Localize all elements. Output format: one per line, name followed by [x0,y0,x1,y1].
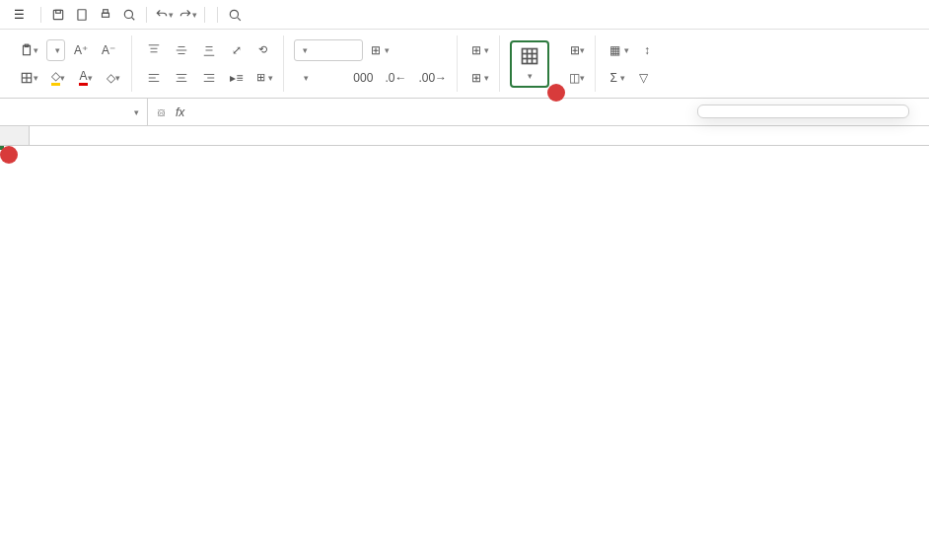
convert-button[interactable]: ⊞ ▾ [367,38,393,62]
borders-icon[interactable]: ▾ [16,66,42,90]
svg-line-8 [238,17,241,20]
spreadsheet [0,126,929,146]
wrap-text-button[interactable]: ⟲ [252,38,276,62]
merge-cells-button[interactable]: ⊞ ▾ [252,66,277,90]
paste-icon[interactable]: ▾ [16,38,42,62]
ribbon: ▾ ▾ A⁺ A⁻ ▾ ◇▾ A▾ ◇▾ ⤢ ⟲ ▸≡ ⊞ ▾ [0,30,929,99]
undo-icon[interactable]: ▾ [153,4,175,26]
redo-icon[interactable]: ▾ [177,4,198,26]
align-middle-icon[interactable] [170,38,193,62]
number-format-select[interactable]: ▾ [294,39,363,61]
menubar: ☰ ▾ ▾ [0,0,929,30]
svg-rect-4 [104,9,108,13]
indent-icon[interactable]: ▸≡ [225,66,249,90]
fx-icon[interactable]: fx [176,105,184,119]
select-all-corner[interactable] [0,126,30,145]
hamburger-icon: ☰ [14,8,25,22]
increase-decimal-icon[interactable]: .00→ [414,66,451,90]
conditional-format-dropdown [697,105,909,118]
comma-icon[interactable]: 000 [349,66,377,90]
file-menu[interactable]: ☰ [8,6,35,24]
name-box[interactable]: ▾ [0,99,148,125]
format-icon[interactable]: ◫▾ [565,66,589,90]
orientation-icon[interactable]: ⤢ [225,38,249,62]
clear-format-icon[interactable]: ◇▾ [102,66,125,90]
cell-styles-icon[interactable]: ⊞▾ [565,38,589,62]
svg-rect-0 [53,10,62,19]
svg-rect-2 [78,9,86,20]
align-left-icon[interactable] [142,66,166,90]
fill-button[interactable]: ▦ ▾ [606,38,632,62]
search-icon[interactable] [224,4,246,26]
decrease-decimal-icon[interactable]: .0← [381,66,410,90]
align-center-icon[interactable] [170,66,193,90]
fill-color-icon[interactable]: ◇▾ [46,66,70,90]
worksheet-button[interactable]: ⊞ ▾ [467,66,493,90]
conditional-format-button[interactable]: ▾ [510,40,549,88]
decrease-font-icon[interactable]: A⁻ [97,38,120,62]
sort-button[interactable]: ↕ [637,38,661,62]
preview-icon[interactable] [118,4,140,26]
svg-point-7 [230,10,238,18]
cancel-formula-icon[interactable]: ⦻ [156,105,168,119]
increase-font-icon[interactable]: A⁺ [69,38,93,62]
font-size-select[interactable]: ▾ [46,39,65,61]
filter-button[interactable]: ▽ [633,66,657,90]
sum-button[interactable]: Σ ▾ [606,66,629,90]
print-icon[interactable] [95,4,116,26]
align-bottom-icon[interactable] [197,38,221,62]
save-icon[interactable] [47,4,69,26]
svg-rect-32 [523,48,537,63]
align-right-icon[interactable] [197,66,221,90]
svg-line-6 [131,17,134,20]
svg-rect-3 [103,13,109,17]
rows-cols-button[interactable]: ⊞ ▾ [467,38,493,62]
percent-icon[interactable] [322,66,345,90]
badge-1 [0,146,18,164]
font-color-icon[interactable]: A▾ [74,66,98,90]
svg-point-5 [124,10,132,18]
new-icon[interactable] [71,4,93,26]
svg-rect-1 [56,10,61,13]
currency-icon[interactable]: ▾ [294,66,318,90]
align-top-icon[interactable] [142,38,166,62]
